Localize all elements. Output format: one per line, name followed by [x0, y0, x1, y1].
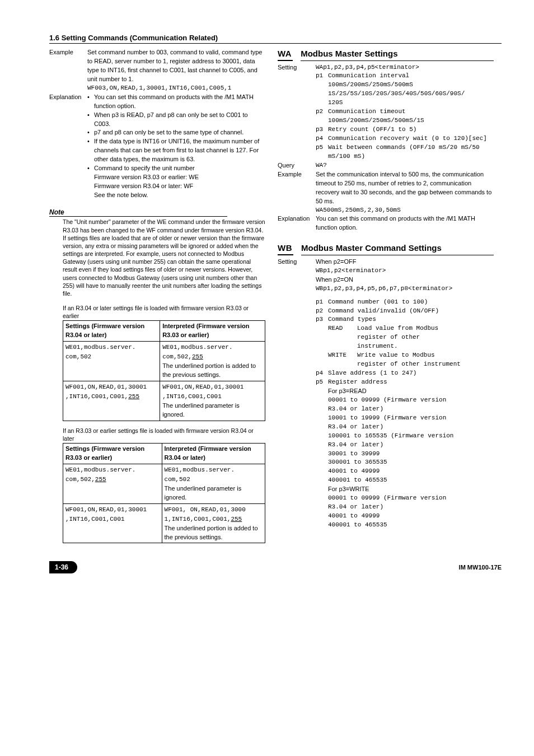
bullet-sub: See the note below. [94, 191, 265, 200]
wb-p5: Register address [328, 378, 494, 387]
example-cmd: WF003,ON,READ,1,30001,INT16,C001,C005,1 [87, 84, 265, 93]
wa-example: Set the communication interval to 500 ms… [316, 170, 494, 206]
wa-p1-opt: 120S [316, 99, 494, 108]
wb-p5r: R3.04 or later) [316, 405, 494, 414]
param-p1: p1 [316, 72, 328, 81]
t2r2c2-note: The underlined portion is added to the p… [165, 525, 258, 540]
wb-on-syntax: WBp1,p2,p3,p4,p5,p6,p7,p8<terminator> [316, 284, 494, 293]
wb-p5r: 00001 to 09999 (Firmware version [316, 396, 494, 405]
wb-p4: Slave address (1 to 247) [328, 369, 494, 378]
bullet-sub: Firmware version R3.04 or later: WF [94, 182, 265, 191]
section-heading: 1.6 Setting Commands (Communication Rela… [49, 34, 502, 44]
wb-read-d: Load value from Modbus [357, 324, 494, 333]
wb-p5w: 400001 to 465535 [316, 521, 494, 530]
setting-label: Setting [278, 63, 316, 161]
example-text: Set command number to 003, command to va… [87, 48, 265, 84]
left-column: Example Set command number to 003, comma… [49, 48, 265, 543]
table1-intro: If an R3.04 or later settings file is lo… [49, 303, 265, 320]
wa-p4: Communication recovery wait (0 to 120)[s… [328, 134, 494, 143]
t1r2c1b-pre: ,INT16,C001,C001, [65, 393, 128, 400]
t1r1c2-note: The underlined portion is added to the p… [162, 362, 256, 378]
query-label: Query [278, 161, 316, 170]
wb-read-d: instrument. [357, 342, 494, 351]
note-body: The "Unit number" parameter of the WE co… [49, 217, 265, 297]
param-p2: p2 [316, 108, 328, 116]
wb-on: When p2=ON [316, 276, 494, 284]
wb-p5w: 00001 to 09999 (Firmware version [316, 494, 494, 503]
wb-p5w: 40001 to 49999 [316, 512, 494, 521]
wb-p5-write-head: For p3=WRITE [316, 485, 494, 494]
param-p4b: p4 [316, 369, 328, 378]
t2r2c1: WF001,ON,READ,01,30001 [65, 506, 147, 513]
bullet-icon: • [87, 137, 94, 164]
bullet-icon: • [87, 93, 94, 111]
table2-intro: If an R3.03 or earlier settings file is … [49, 426, 265, 442]
wa-title: Modbus Master Settings [301, 49, 494, 61]
param-p5: p5 [316, 143, 328, 161]
wb-key: WB [278, 244, 293, 255]
t1r2c2b: ,INT16,C001,C001 [162, 393, 222, 400]
wb-p5r: 100001 to 165535 (Firmware version [316, 432, 494, 441]
bullet-text: You can set this command on products wit… [94, 93, 265, 111]
wa-p1-opt: 1S/2S/5S/10S/20S/30S/40S/50S/60S/90S/ [316, 90, 494, 99]
t1r2c2-note: The underlined parameter is ignored. [162, 402, 240, 418]
doc-id: IM MW100-17E [459, 564, 502, 571]
table1-h2: Interpreted (Firmware version R3.03 or e… [160, 321, 265, 342]
t2r1c2-note: The underlined parameter is ignored. [165, 485, 242, 501]
example-label-r: Example [278, 170, 316, 215]
wa-syntax: WAp1,p2,p3,p4,p5<terminator> [316, 63, 494, 72]
wb-p3: Command types [328, 315, 494, 324]
wa-explanation: You can set this command on products wit… [316, 214, 494, 232]
param-p1b: p1 [316, 298, 328, 307]
t2r1c1a: WE01,modbus.server. [65, 466, 135, 473]
wb-write-d: Write value to Modbus [357, 351, 494, 360]
wb-p5r: 300001 to 365535 [316, 458, 494, 467]
wb-off-syntax: WBp1,p2<terminator> [316, 267, 494, 276]
wa-example-cmd: WA500mS,250mS,2,30,50mS [316, 206, 494, 215]
bullet-text: p7 and p8 can only be set to the same ty… [94, 128, 243, 137]
wa-query: WA? [316, 161, 494, 170]
footer: 1-36 IM MW100-17E [0, 554, 534, 580]
wb-p5-read-head: For p3=READ [316, 387, 494, 396]
wb-p5r: 400001 to 465535 [316, 476, 494, 485]
wa-p3: Retry count (OFF/1 to 5) [328, 125, 494, 134]
t1r1c2b-u: 255 [192, 353, 203, 360]
t1r2c2: WF001,ON,READ,01,30001 [162, 384, 243, 390]
param-p4: p4 [316, 134, 328, 143]
t2r2c2b-u: 255 [231, 516, 242, 522]
wb-title: Modbus Master Command Settings [301, 244, 494, 255]
wb-p5r: 40001 to 49999 [316, 467, 494, 476]
bullet-sub: Firmware version R3.03 or earlier: WE [94, 173, 265, 182]
wa-p1-opt: 100mS/200mS/250mS/500mS [316, 81, 494, 90]
explanation-label: Explanation [49, 93, 87, 200]
right-column: WA Modbus Master Settings Setting WAp1,p… [278, 48, 494, 543]
bullet-icon: • [87, 128, 94, 137]
wb-p5w: R3.04 or later) [316, 503, 494, 512]
param-p3: p3 [316, 125, 328, 134]
wa-p2-opt: 100mS/200mS/250mS/500mS/1S [316, 116, 494, 125]
wb-p5r: 10001 to 19999 (Firmware version [316, 414, 494, 423]
wb-write-d: register of other instrument [357, 360, 494, 369]
bullet-text: When p3 is READ, p7 and p8 can only be s… [94, 111, 265, 129]
wb-p3-write: WRITE [328, 351, 357, 369]
param-p3b: p3 [316, 315, 328, 324]
t2r2c2: WF001, ON,READ,01,3000 [165, 506, 246, 513]
wb-p1: Command number (001 to 100) [328, 298, 494, 307]
example-label: Example [49, 48, 87, 93]
wb-p2: Command valid/invalid (ON/OFF) [328, 307, 494, 316]
t2r1c2a: WE01,modbus.server. [165, 466, 235, 473]
wb-p3-read: READ [328, 324, 357, 351]
setting-label-b: Setting [278, 258, 316, 530]
t1r1c2a: WE01,modbus.server. [162, 344, 232, 351]
table1-h1: Settings (Firmware version R3.04 or late… [63, 321, 160, 342]
table2-h1: Settings (Firmware version R3.03 or earl… [63, 444, 162, 464]
explanation-label-r: Explanation [278, 214, 316, 232]
t2r1c1b-u: 255 [95, 476, 106, 483]
table2: Settings (Firmware version R3.03 or earl… [63, 443, 265, 543]
wb-off: When p2=OFF [316, 258, 494, 267]
wb-p5r: R3.04 or later) [316, 441, 494, 450]
t1r2c1: WF001,ON,READ,01,30001 [65, 384, 147, 390]
page-number: 1-36 [49, 561, 77, 573]
param-p5b: p5 [316, 378, 328, 387]
t1r1c1b: com,502 [65, 353, 91, 360]
